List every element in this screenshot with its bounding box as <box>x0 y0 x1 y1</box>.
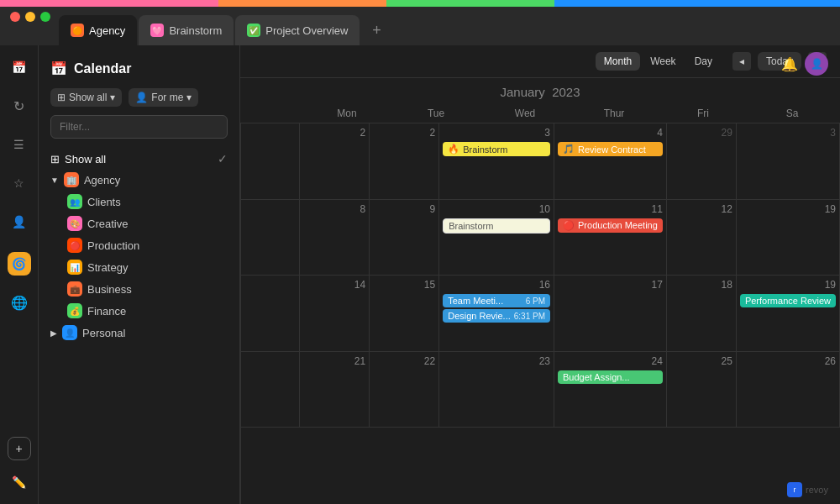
day-jan19-sat[interactable]: 19 <box>737 200 840 276</box>
day-jan15[interactable]: 15 <box>370 276 439 352</box>
event-team-meeting[interactable]: Team Meeti... 6 PM <box>443 294 550 307</box>
day-num: 4 <box>558 127 663 139</box>
day-jan10[interactable]: 10 Brainstorm <box>439 200 554 276</box>
day-jan17[interactable]: 17 <box>554 276 667 352</box>
day-jan24[interactable]: 24 Budget Assign... <box>554 352 667 428</box>
sidebar-item-production[interactable]: 🔴 Production <box>55 234 239 256</box>
notification-icon[interactable]: 🔔 <box>781 56 798 72</box>
event-brainstorm-2[interactable]: Brainstorm <box>443 218 550 234</box>
prev-arrow[interactable]: ◂ <box>732 52 751 71</box>
day-num: 25 <box>670 355 732 367</box>
day-jan26[interactable]: 26 <box>737 352 840 428</box>
finance-icon: 💰 <box>67 303 82 318</box>
day-num: 12 <box>670 203 732 215</box>
event-brainstorm-1[interactable]: 🔥 Brainstorm <box>443 142 550 156</box>
month-view-button[interactable]: Month <box>596 52 640 71</box>
sidebar-item-strategy[interactable]: 📊 Strategy <box>55 256 239 278</box>
day-jan2-mon[interactable]: 2 <box>300 123 370 200</box>
filter-input[interactable] <box>50 115 228 139</box>
day-jan8[interactable]: 8 <box>300 200 370 276</box>
event-performance-review[interactable]: Performance Review <box>740 294 836 307</box>
agency-icon: 🏢 <box>64 172 79 187</box>
production-icon: 🔴 <box>67 238 82 253</box>
sidebar-icon-pencil[interactable]: ✏️ <box>8 470 31 494</box>
event-budget[interactable]: Budget Assign... <box>558 370 663 384</box>
day-dec29[interactable]: 29 <box>667 123 737 200</box>
day-num: 19 <box>740 203 836 215</box>
sidebar-show-all-row[interactable]: ⊞ Show all ✓ <box>39 149 239 169</box>
sidebar-item-personal[interactable]: ▶ 👤 Personal <box>39 322 239 344</box>
sidebar-icon-add[interactable]: + <box>8 437 31 460</box>
day-jan19-fri[interactable]: 19 Performance Review <box>737 276 840 352</box>
tab-project-overview[interactable]: ✅ Project Overview <box>235 15 360 45</box>
day-header-fri: Fri <box>659 104 748 123</box>
agency-label: Agency <box>84 174 120 186</box>
show-all-agency-label: Show all <box>65 153 106 165</box>
revoy-icon: r <box>787 482 802 497</box>
tab-agency-label: Agency <box>89 24 125 37</box>
day-num: 19 <box>740 279 836 291</box>
sidebar-icon-globe[interactable]: 🌐 <box>8 291 31 314</box>
day-num: 2 <box>303 127 365 139</box>
sidebar-icon-person[interactable]: 👤 <box>8 210 31 234</box>
clients-icon: 👥 <box>67 194 82 209</box>
calendar-grid: 2 2 3 🔥 Brainstorm 4 🎵 Review Contract 2… <box>240 123 840 504</box>
day-num: 8 <box>303 203 365 215</box>
day-view-button[interactable]: Day <box>686 52 721 71</box>
day-jan2-tue[interactable]: 2 <box>370 123 439 200</box>
add-tab-button[interactable]: + <box>365 18 388 42</box>
day-jan23[interactable]: 23 <box>439 352 554 428</box>
day-jan16[interactable]: 16 Team Meeti... 6 PM Design Revie... 6:… <box>439 276 554 352</box>
day-num: 26 <box>740 355 836 367</box>
day-jan22[interactable]: 22 <box>370 352 439 428</box>
minimize-button[interactable] <box>25 12 35 22</box>
sidebar-item-agency[interactable]: ▼ 🏢 Agency <box>39 169 239 191</box>
day-header-mon: Mon <box>302 104 391 123</box>
day-jan21[interactable]: 21 <box>300 352 370 428</box>
fullscreen-button[interactable] <box>40 12 50 22</box>
tab-project-label: Project Overview <box>265 24 348 37</box>
day-jan9[interactable]: 9 <box>370 200 439 276</box>
project-tab-icon: ✅ <box>247 24 260 37</box>
day-jan12[interactable]: 12 <box>667 200 737 276</box>
finance-label: Finance <box>87 305 126 318</box>
sidebar-item-finance[interactable]: 💰 Finance <box>55 300 239 322</box>
day-jan4[interactable]: 4 🎵 Review Contract <box>554 123 667 200</box>
day-jan18[interactable]: 18 <box>667 276 737 352</box>
day-jan14[interactable]: 14 <box>300 276 370 352</box>
show-all-chevron: ▾ <box>110 92 115 103</box>
day-dec3[interactable]: 3 <box>737 123 840 200</box>
event-production-meeting[interactable]: 🔴 Production Meeting <box>558 218 663 233</box>
user-avatar[interactable]: 👤 <box>805 52 828 76</box>
show-all-button[interactable]: ⊞ Show all ▾ <box>50 88 122 107</box>
week-view-button[interactable]: Week <box>642 52 684 71</box>
close-button[interactable] <box>10 12 20 22</box>
day-num: 22 <box>373 355 435 367</box>
calendar-year: 2023 <box>552 85 580 99</box>
day-num: 9 <box>373 203 435 215</box>
event-label: Performance Review <box>745 296 831 306</box>
event-review-contract[interactable]: 🎵 Review Contract <box>558 142 663 156</box>
day-jan25[interactable]: 25 <box>667 352 737 428</box>
day-jan11[interactable]: 11 🔴 Production Meeting <box>554 200 667 276</box>
day-num: 15 <box>373 279 435 291</box>
for-me-button[interactable]: 👤 For me ▾ <box>129 88 198 107</box>
sidebar-icon-refresh[interactable]: ↻ <box>8 94 31 118</box>
event-design-review[interactable]: Design Revie... 6:31 PM <box>443 309 550 323</box>
sidebar-item-clients[interactable]: 👥 Clients <box>55 191 239 213</box>
tab-agency[interactable]: 🟠 Agency <box>59 15 137 45</box>
sidebar-icon-active[interactable]: 🌀 <box>8 252 31 276</box>
sidebar-item-business[interactable]: 💼 Business <box>55 278 239 300</box>
event-label: Design Revie... <box>448 311 511 321</box>
person-icon-sm: 👤 <box>135 92 148 103</box>
sidebar-icon-calendar[interactable]: 📅 <box>8 55 31 79</box>
sidebar-icon-star[interactable]: ☆ <box>8 171 31 195</box>
sidebar-item-creative[interactable]: 🎨 Creative <box>55 213 239 234</box>
sidebar-icon-list[interactable]: ☰ <box>8 133 31 156</box>
icon-sidebar: 📅 ↻ ☰ ☆ 👤 🌀 🌐 + ✏️ <box>0 45 39 504</box>
week-label-4 <box>241 352 300 428</box>
brainstorm-tab-icon: 🩷 <box>150 24 164 37</box>
tab-brainstorm[interactable]: 🩷 Brainstorm <box>139 15 234 45</box>
day-jan3[interactable]: 3 🔥 Brainstorm <box>439 123 554 200</box>
day-header-thu: Thur <box>570 104 659 123</box>
